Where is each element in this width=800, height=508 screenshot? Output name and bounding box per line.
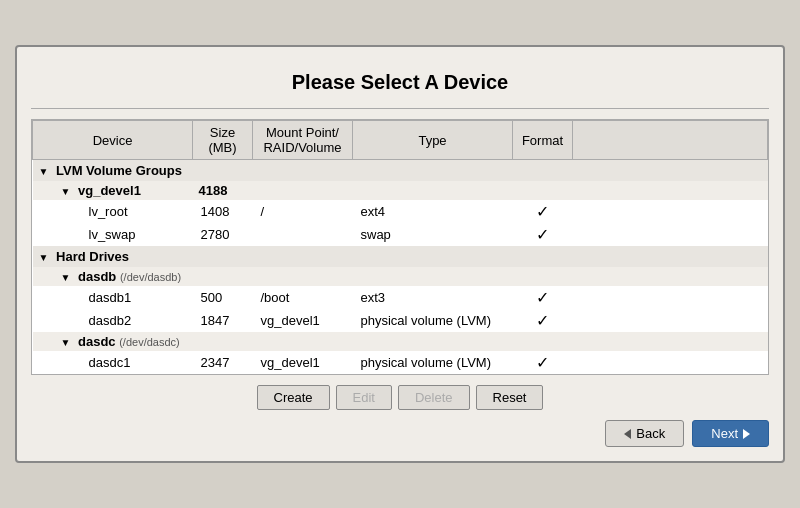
dasdb1-mount: /boot (253, 286, 353, 309)
lv-root-format: ✓ (513, 200, 573, 223)
table-row[interactable]: dasdb2 1847 vg_devel1 physical volume (L… (33, 309, 768, 332)
header-device: Device (33, 121, 193, 160)
lv-swap-type: swap (353, 223, 513, 246)
lv-root-size: 1408 (193, 200, 253, 223)
dasdb-name: ▼ dasdb (/dev/dasdb) (33, 267, 193, 286)
reset-button[interactable]: Reset (476, 385, 544, 410)
dasdb-format (513, 267, 573, 286)
dasdb-arrow: ▼ (61, 272, 71, 283)
group-lvm-label: ▼ LVM Volume Groups (33, 160, 768, 182)
back-label: Back (636, 426, 665, 441)
dasdc-type (353, 332, 513, 351)
dialog-title: Please Select A Device (31, 57, 769, 109)
lv-swap-size: 2780 (193, 223, 253, 246)
table-row[interactable]: dasdc1 2347 vg_devel1 physical volume (L… (33, 351, 768, 374)
dasdc-arrow: ▼ (61, 337, 71, 348)
dasdb2-extra (573, 309, 768, 332)
dasdc-size (193, 332, 253, 351)
vg-devel1-type (353, 181, 513, 200)
dasdb-mount (253, 267, 353, 286)
device-table: Device Size(MB) Mount Point/RAID/Volume … (32, 120, 768, 374)
back-arrow-icon (624, 429, 631, 439)
dasdb1-size: 500 (193, 286, 253, 309)
dasdc1-type: physical volume (LVM) (353, 351, 513, 374)
group-lvm: ▼ LVM Volume Groups (33, 160, 768, 182)
dasdb2-name: dasdb2 (33, 309, 193, 332)
dasdb2-size: 1847 (193, 309, 253, 332)
vg-devel1-mount (253, 181, 353, 200)
lv-root-type: ext4 (353, 200, 513, 223)
create-button[interactable]: Create (257, 385, 330, 410)
lv-swap-format: ✓ (513, 223, 573, 246)
dasdc1-mount: vg_devel1 (253, 351, 353, 374)
lv-root-name: lv_root (33, 200, 193, 223)
next-arrow-icon (743, 429, 750, 439)
device-table-container: Device Size(MB) Mount Point/RAID/Volume … (31, 119, 769, 375)
lv-swap-extra (573, 223, 768, 246)
hd-arrow: ▼ (39, 252, 49, 263)
dasdb1-type: ext3 (353, 286, 513, 309)
dasdb2-mount: vg_devel1 (253, 309, 353, 332)
lv-swap-mount (253, 223, 353, 246)
lv-swap-name: lv_swap (33, 223, 193, 246)
next-button[interactable]: Next (692, 420, 769, 447)
group-hard-drives: ▼ Hard Drives (33, 246, 768, 267)
dasdc-path: (/dev/dasdc) (119, 336, 180, 348)
header-type: Type (353, 121, 513, 160)
lv-root-extra (573, 200, 768, 223)
dasdb-size (193, 267, 253, 286)
nav-bar: Back Next (31, 420, 769, 447)
header-mount: Mount Point/RAID/Volume (253, 121, 353, 160)
header-extra (573, 121, 768, 160)
dasdc-extra (573, 332, 768, 351)
table-row[interactable]: lv_root 1408 / ext4 ✓ (33, 200, 768, 223)
edit-button[interactable]: Edit (336, 385, 392, 410)
dasdc1-name: dasdc1 (33, 351, 193, 374)
back-button[interactable]: Back (605, 420, 684, 447)
dasdb1-extra (573, 286, 768, 309)
header-size: Size(MB) (193, 121, 253, 160)
lvm-arrow: ▼ (39, 166, 49, 177)
subgroup-dasdb[interactable]: ▼ dasdb (/dev/dasdb) (33, 267, 768, 286)
header-format: Format (513, 121, 573, 160)
table-row[interactable]: dasdb1 500 /boot ext3 ✓ (33, 286, 768, 309)
vg-devel1-extra (573, 181, 768, 200)
next-label: Next (711, 426, 738, 441)
action-bar: Create Edit Delete Reset (31, 385, 769, 410)
group-hd-label: ▼ Hard Drives (33, 246, 768, 267)
dasdc1-size: 2347 (193, 351, 253, 374)
main-dialog: Please Select A Device Device Size(MB) M… (15, 45, 785, 463)
table-row[interactable]: lv_swap 2780 swap ✓ (33, 223, 768, 246)
dasdc-mount (253, 332, 353, 351)
dasdc1-extra (573, 351, 768, 374)
lv-root-mount: / (253, 200, 353, 223)
vg-devel1-size: 4188 (193, 181, 253, 200)
dasdc-name: ▼ dasdc (/dev/dasdc) (33, 332, 193, 351)
dasdb1-format: ✓ (513, 286, 573, 309)
subgroup-dasdc[interactable]: ▼ dasdc (/dev/dasdc) (33, 332, 768, 351)
vg-devel1-name: ▼ vg_devel1 (33, 181, 193, 200)
dasdc1-format: ✓ (513, 351, 573, 374)
vg-devel1-arrow: ▼ (61, 186, 71, 197)
dasdb2-format: ✓ (513, 309, 573, 332)
dasdb-path: (/dev/dasdb) (120, 271, 181, 283)
dasdb-type (353, 267, 513, 286)
dasdb2-type: physical volume (LVM) (353, 309, 513, 332)
delete-button[interactable]: Delete (398, 385, 470, 410)
dasdb1-name: dasdb1 (33, 286, 193, 309)
vg-devel1-format (513, 181, 573, 200)
dasdc-format (513, 332, 573, 351)
subgroup-vg-devel1[interactable]: ▼ vg_devel1 4188 (33, 181, 768, 200)
dasdb-extra (573, 267, 768, 286)
